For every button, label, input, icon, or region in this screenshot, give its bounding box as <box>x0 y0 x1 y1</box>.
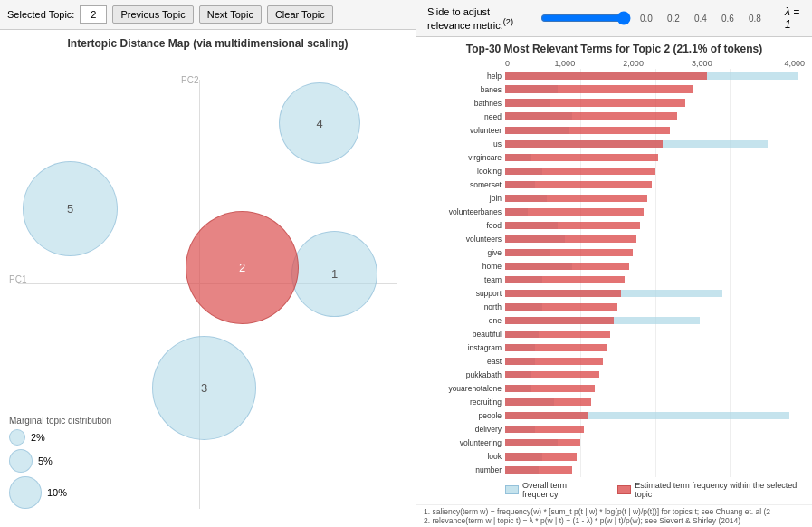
bar-row-help <box>505 69 805 82</box>
bar-row-virgincare <box>505 150 805 164</box>
bars-wrapper: help banes bathnes need volunteer us vir… <box>424 69 805 477</box>
marginal-row-10pct: 10% <box>9 476 111 509</box>
bar-red-us <box>505 140 663 148</box>
bar-red-youarenotalone <box>505 385 595 392</box>
footnote-1: 1. saliency(term w) = frequency(w) * [su… <box>424 507 805 516</box>
bar-row-people <box>505 409 805 423</box>
bar-red-team <box>505 276 625 283</box>
legend-red-box <box>617 485 631 494</box>
bar-red-people <box>505 412 588 419</box>
bar-row-look <box>505 450 805 464</box>
tick-0: 0.0 <box>640 14 667 24</box>
y-label-one: one <box>424 314 505 328</box>
y-label-bathnes: bathnes <box>424 96 505 110</box>
y-label-looking: looking <box>424 164 505 177</box>
y-label-join: join <box>424 191 505 205</box>
y-label-pukkabath: pukkabath <box>424 369 505 382</box>
topic-input[interactable] <box>80 5 107 24</box>
bar-red-north <box>505 303 617 311</box>
legend: Overall term frequency Estimated term fr… <box>424 481 805 499</box>
tick-04: 0.4 <box>694 14 721 24</box>
clear-topic-button[interactable]: Clear Topic <box>267 5 333 24</box>
lambda-label: λ = 1 <box>785 5 801 31</box>
marginal-label-5pct: 5% <box>38 455 53 466</box>
right-panel: Slide to adjust relevance metric:(2) 0.0… <box>416 0 812 527</box>
y-label-volunteerbanes: volunteerbanes <box>424 205 505 218</box>
y-label-look: look <box>424 450 505 464</box>
marginal-circle-2pct <box>9 429 25 446</box>
y-label-beautiful: beautiful <box>424 328 505 341</box>
bar-red-food <box>505 222 640 229</box>
bar-red-number <box>505 466 572 474</box>
y-label-help: help <box>424 69 505 82</box>
bar-red-home <box>505 263 629 270</box>
chart-area: Top-30 Most Relevant Terms for Topic 2 (… <box>416 37 812 504</box>
bar-red-join <box>505 195 647 202</box>
bubble-1[interactable]: 1 <box>291 231 377 317</box>
y-label-recruiting: recruiting <box>424 396 505 409</box>
y-label-home: home <box>424 259 505 273</box>
bar-row-volunteerbanes <box>505 205 805 218</box>
bar-row-pukkabath <box>505 369 805 382</box>
bar-red-need <box>505 112 677 120</box>
marginal-topic-distribution: Marginal topic distribution 2% 5% 10% <box>9 416 111 509</box>
footnotes: 1. saliency(term w) = frequency(w) * [su… <box>416 504 812 527</box>
bubble-2[interactable]: 2 <box>186 211 299 324</box>
next-topic-button[interactable]: Next Topic <box>199 5 262 24</box>
bar-row-team <box>505 273 805 286</box>
bar-red-beautiful <box>505 331 610 338</box>
bar-row-delivery <box>505 423 805 436</box>
bar-row-east <box>505 355 805 369</box>
bar-red-bathnes <box>505 99 685 106</box>
pc2-label: PC2 <box>181 75 198 85</box>
bar-red-support <box>505 290 621 297</box>
bubble-3[interactable]: 3 <box>152 336 256 440</box>
legend-blue-label: Overall term frequency <box>522 481 599 499</box>
bar-red-volunteerbanes <box>505 208 644 216</box>
y-label-us: us <box>424 137 505 150</box>
marginal-row-2pct: 2% <box>9 429 111 446</box>
map-area: Intertopic Distance Map (via multidimens… <box>0 30 416 527</box>
y-label-support: support <box>424 287 505 301</box>
marginal-label-2pct: 2% <box>31 432 45 443</box>
bar-row-join <box>505 191 805 205</box>
bar-red-volunteer <box>505 127 670 134</box>
marginal-label-10pct: 10% <box>47 487 67 498</box>
relevance-slider[interactable] <box>540 11 631 25</box>
bar-row-number <box>505 464 805 477</box>
prev-topic-button[interactable]: Previous Topic <box>112 5 193 24</box>
marginal-circle-5pct <box>9 449 33 473</box>
y-label-give: give <box>424 245 505 259</box>
y-label-volunteering: volunteering <box>424 436 505 450</box>
bar-red-look <box>505 453 577 460</box>
marginal-circles: 2% 5% 10% <box>9 429 111 509</box>
bubble-4[interactable]: 4 <box>279 82 360 164</box>
top-bar: Selected Topic: Previous Topic Next Topi… <box>0 0 416 30</box>
pc1-label: PC1 <box>9 274 26 284</box>
bar-row-us <box>505 137 805 150</box>
bar-red-instagram <box>505 344 607 351</box>
marginal-title: Marginal topic distribution <box>9 416 111 426</box>
x-tick-2000: 2,000 <box>599 59 668 68</box>
x-axis: 0 1,000 2,000 3,000 4,000 <box>424 59 805 68</box>
bar-row-somerset <box>505 177 805 191</box>
x-tick-0: 0 <box>505 59 530 68</box>
chart-title: Top-30 Most Relevant Terms for Topic 2 (… <box>424 43 805 55</box>
bar-red-give <box>505 249 633 256</box>
map-title: Intertopic Distance Map (via multidimens… <box>0 37 416 50</box>
y-label-virgincare: virgincare <box>424 150 505 164</box>
y-label-east: east <box>424 355 505 369</box>
y-label-youarenotalone: youarenotalone <box>424 382 505 396</box>
bar-row-volunteers <box>505 232 805 245</box>
bar-row-north <box>505 301 805 314</box>
bar-row-support <box>505 287 805 301</box>
slider-bar: Slide to adjust relevance metric:(2) 0.0… <box>416 0 812 37</box>
bar-row-give <box>505 245 805 259</box>
marginal-circle-10pct <box>9 476 42 509</box>
tick-02: 0.2 <box>667 14 694 24</box>
bubble-5[interactable]: 5 <box>23 161 118 256</box>
y-label-food: food <box>424 218 505 232</box>
bar-red-volunteering <box>505 439 580 446</box>
y-label-need: need <box>424 110 505 123</box>
bar-row-volunteer <box>505 123 805 137</box>
